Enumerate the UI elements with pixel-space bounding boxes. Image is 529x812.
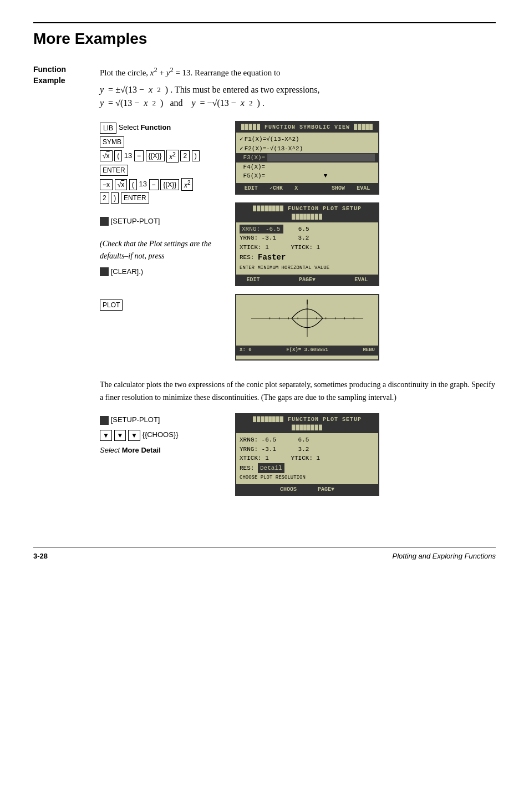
screen4-xtick: XTICK: 1 YTICK: 1 [240,454,375,463]
lib-key[interactable]: LIB [100,123,116,134]
sq-key-1[interactable]: x2 [166,150,179,163]
screen1-btn-edit[interactable]: EDIT [245,184,258,192]
plot-key[interactable]: PLOT [100,300,123,311]
intro-text: Plot the circle, x2 + y2 = 13. Rearrange… [100,64,496,79]
instruction-down-keys: ▼ ▼ ▼ {{CHOOS}} [100,428,222,441]
dark-key-clear[interactable] [100,267,109,276]
instruction-select-detail: Select More Detail [100,444,222,456]
screen4-header: ████████ FUNCTION PLOT SETUP ████████ [236,414,378,433]
paren-close-2[interactable]: ) [111,192,119,204]
paren-close-1[interactable]: ) [192,150,200,161]
function-bold: Function [140,123,171,131]
sqrt-key-1[interactable]: √x [100,150,113,161]
graph-svg [240,297,375,342]
paren-open-1[interactable]: ( [114,150,122,161]
screen1-btn-eval[interactable]: EVAL [357,184,370,192]
screen1-f5: F5(X)= ▼ [240,171,375,181]
instruction-lib: LIB Select Function [100,121,222,134]
screen4-res: RES: Detail [240,463,375,474]
equation-2-3: y = √(13 − x2) and y = −√(13 − x2) . [100,98,496,108]
screen1-btn-x[interactable]: X [294,184,298,192]
screen1-header: █████ FUNCTION SYMBOLIC VIEW █████ [236,122,378,133]
neg-x-key[interactable]: −x [100,179,113,190]
graph-menu-btn[interactable]: MENU [363,347,375,354]
screen2-btn-eval[interactable]: EVAL [354,276,368,284]
select-label: Select [119,123,141,131]
enter-key-2[interactable]: ENTER [121,192,149,204]
sq-key-2[interactable]: x2 [181,178,194,191]
screen2-yrng: YRNG: -3.1 3.2 [240,234,375,243]
instruction-setup-plot: [SETUP-PLOT] [100,215,222,227]
screen2-footer: EDIT PAGE▼ EVAL [236,275,378,285]
graph-footer: X: 0 F(X)= 3.605551 MENU [236,346,378,356]
instruction-plot: PLOT [100,298,222,311]
instruction-sqrt1: √x ( 13 − {{X}} x2 2 ) [100,149,222,163]
screen1-f1: ✓F1(X)=√(13-X^2) [240,135,375,144]
dark-key-setup-2[interactable] [100,416,109,425]
down-key-3[interactable]: ▼ [128,430,140,441]
screen1-btn-chk[interactable]: ✓CHK [269,184,283,192]
screen4-footer: CHOOS PAGE▼ [236,484,378,495]
paren-open-2[interactable]: ( [129,179,137,190]
graph-screen: X: 0 F(X)= 3.605551 MENU [235,294,379,361]
screen2-res: RES: Faster [240,252,375,263]
screen1-f2: ✓F2(X)=-√(13-X^2) [240,144,375,154]
page-title: More Examples [33,22,496,48]
choos-label: {{CHOOS}} [143,430,179,439]
instruction-symb: SYMB [100,135,222,148]
footer-title: Plotting and Exploring Functions [393,552,496,560]
dark-key-setup[interactable] [100,217,109,226]
graph-x-coord: X: 0 [240,347,252,354]
setup-plot-label-2: [SETUP-PLOT] [111,415,160,424]
graph-f-val: F(X)= 3.605551 [286,347,328,354]
more-detail-bold: More Detail [122,446,161,454]
screen1-f4: F4(X)= [240,163,375,172]
minus-key-2[interactable]: − [149,179,159,190]
clear-label: [CLEAR].) [111,267,144,276]
equation-1: y = ±√(13 − x2) . This must be entered a… [100,85,496,95]
instruction-setup-plot-2: [SETUP-PLOT] [100,413,222,426]
two-key-1[interactable]: 2 [180,150,190,161]
body-paragraph: The calculator plots the two expressions… [100,378,496,405]
screen2-header: ████████ FUNCTION PLOT SETUP ████████ [236,204,378,222]
screen2-status: ENTER MINIMUM HORIZONTAL VALUE [240,265,375,272]
screen4-yrng: YRNG: -3.1 3.2 [240,445,375,454]
screen1-footer: EDIT ✓CHK X SHOW EVAL [236,183,378,194]
section-label-function: Function [33,64,89,75]
screen2-btn-page[interactable]: PAGE▼ [299,276,316,284]
instruction-enter1: ENTER [100,164,222,176]
screen4-xrng: XRNG: -6.5 6.5 [240,435,375,445]
two-key-2[interactable]: 2 [100,192,109,204]
check-note: (Check that the Plot settings are the de… [100,238,222,263]
screen2-xrng: XRNG: -6.5 6.5 [240,225,375,234]
detail-highlighted: Detail [258,463,284,474]
plot-setup-screen: ████████ FUNCTION PLOT SETUP ████████ XR… [235,202,379,286]
curly-x-2[interactable]: {{X}} [160,179,179,190]
screen2-xtick: XTICK: 1 YTICK: 1 [240,243,375,252]
screen1-btn-show[interactable]: SHOW [332,184,345,192]
section-label-example: Example [33,75,89,87]
setup-plot-label: [SETUP-PLOT] [111,217,160,225]
minus-key-1[interactable]: − [134,150,144,161]
symb-key[interactable]: SYMB [100,136,124,148]
down-key-1[interactable]: ▼ [100,430,112,441]
screen4-btn-choos2[interactable]: CHOOS [280,485,297,494]
down-key-2[interactable]: ▼ [114,430,126,441]
plot-setup-screen-2: ████████ FUNCTION PLOT SETUP ████████ XR… [235,413,379,496]
screen2-btn-edit[interactable]: EDIT [247,276,260,284]
sqrt-key-2[interactable]: √x [115,179,128,190]
instruction-clear: [CLEAR].) [100,265,222,278]
enter-key-1[interactable]: ENTER [100,165,128,176]
symbolic-view-screen: █████ FUNCTION SYMBOLIC VIEW █████ ✓F1(X… [235,121,379,195]
screen4-btn-choos[interactable] [249,485,259,494]
instruction-row2: −x √x ( 13 − {{X}} x2 2 ) ENTER [100,177,222,204]
page-footer: 3-28 Plotting and Exploring Functions [33,547,496,560]
screen4-btn-page[interactable]: PAGE▼ [318,485,334,494]
select-italic: Select [100,446,120,454]
curly-x-1[interactable]: {{X}} [146,150,165,161]
footer-page-num: 3-28 [33,552,48,560]
screen4-status: CHOOSE PLOT RESOLUTION [240,474,375,482]
screen1-f3: F3(X)= [236,153,378,163]
